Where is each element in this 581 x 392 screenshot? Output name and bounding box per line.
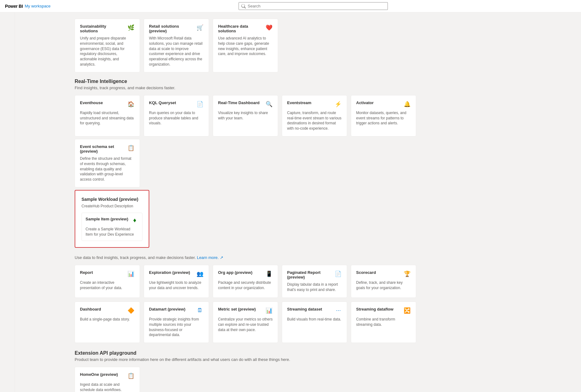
- card-report[interactable]: Report 📊 Create an interactive presentat…: [75, 265, 140, 298]
- card-desc: Create an interactive presentation of yo…: [80, 280, 135, 291]
- card-metric-set[interactable]: Metric set (preview) 📊 Centralize your m…: [213, 302, 278, 343]
- sub-card-title: Sample Item (preview): [86, 217, 131, 221]
- rtdashboard-icon: 🔍: [265, 100, 273, 108]
- card-header: Sustainability solutions 🌿: [80, 24, 135, 33]
- report-icon: 📊: [127, 270, 135, 278]
- card-header: Retail solutions (preview) 🛒: [149, 24, 204, 33]
- card-title: Eventhouse: [80, 100, 127, 105]
- search-icon: [241, 4, 246, 8]
- power-bi-logo: Power BI: [5, 4, 23, 9]
- card-title: Streaming dataset: [287, 307, 334, 311]
- card-activator[interactable]: Activator 🔔 Monitor datasets, queries, a…: [351, 95, 416, 136]
- orgapp-icon: 📱: [265, 270, 273, 278]
- card-kql[interactable]: KQL Queryset 📄 Run queries on your data …: [144, 95, 209, 136]
- workspace-link[interactable]: My workspace: [25, 4, 51, 8]
- card-eventstream[interactable]: Eventstream ⚡ Capture, transform, and ro…: [282, 95, 347, 136]
- card-header: Org app (preview) 📱: [218, 270, 273, 278]
- sub-card-desc: Create a Sample Workload Item for your D…: [86, 227, 138, 237]
- card-title: Streaming dataflow: [356, 307, 403, 311]
- card-title: Scorecard: [356, 270, 403, 275]
- card-healthcare[interactable]: Healthcare data solutions ❤️ Use advance…: [213, 19, 278, 72]
- card-header: Report 📊: [80, 270, 135, 278]
- card-sustainability[interactable]: Sustainability solutions 🌿 Unify and pre…: [75, 19, 140, 72]
- section-subtitle-ext: Product team to provide more information…: [75, 357, 423, 362]
- sub-card-header: Sample Item (preview) ♦: [86, 217, 138, 224]
- card-header: Eventhouse 🏠: [80, 100, 135, 108]
- exploration-icon: 👥: [196, 270, 204, 278]
- card-desc: Provide strategic insights from multiple…: [149, 317, 204, 338]
- card-title: Report: [80, 270, 127, 275]
- card-desc: Visualize key insights to share with you…: [218, 110, 273, 121]
- event-schema-icon: 📋: [127, 144, 135, 152]
- card-desc: Capture, transform, and route real-time …: [287, 110, 342, 131]
- card-homeone[interactable]: HomeOne (preview) 📋 Ingest data at scale…: [75, 367, 140, 392]
- card-paginated-report[interactable]: Paginated Report (preview) 📄 Display tab…: [282, 265, 347, 298]
- card-sample-workload[interactable]: Sample Workload (preview) CreateHub Prod…: [75, 190, 149, 248]
- sub-card-sample-item[interactable]: Sample Item (preview) ♦ Create a Sample …: [81, 213, 142, 241]
- card-desc: Define, track, and share key goals for y…: [356, 280, 411, 291]
- card-desc: With Microsoft Retail data solutions, yo…: [149, 36, 204, 67]
- card-event-schema[interactable]: Event schema set (preview) 📋 Define the …: [75, 139, 140, 187]
- card-title: HomeOne (preview): [80, 372, 127, 377]
- learn-more-link[interactable]: Learn more. ↗: [197, 255, 223, 260]
- insights-subtitle: Use data to find insights, track progres…: [75, 255, 423, 260]
- card-header: Event schema set (preview) 📋: [80, 144, 135, 154]
- card-header: HomeOne (preview) 📋: [80, 372, 135, 380]
- sample-item-icon: ♦: [131, 217, 138, 224]
- card-desc: Display tabular data in a report that's …: [287, 282, 342, 293]
- card-org-app[interactable]: Org app (preview) 📱 Package and securely…: [213, 265, 278, 298]
- top-cards-grid: Sustainability solutions 🌿 Unify and pre…: [75, 19, 423, 72]
- sustainability-icon: 🌿: [127, 24, 135, 31]
- card-datamart[interactable]: Datamart (preview) 🗓 Provide strategic i…: [144, 302, 209, 343]
- card-streaming-dataflow[interactable]: Streaming dataflow 🔀 Combine and transfo…: [351, 302, 416, 343]
- card-streaming-dataset[interactable]: Streaming dataset ⋯ Build visuals from r…: [282, 302, 347, 343]
- event-schema-grid: Event schema set (preview) 📋 Define the …: [75, 139, 423, 187]
- card-header: Streaming dataset ⋯: [287, 307, 342, 314]
- card-realtime-dashboard[interactable]: Real-Time Dashboard 🔍 Visualize key insi…: [213, 95, 278, 136]
- section-title-rti: Real-Time Intelligence: [75, 79, 423, 84]
- healthcare-icon: ❤️: [265, 24, 273, 31]
- streaming-dataset-icon: ⋯: [334, 307, 342, 314]
- extension-cards-grid: HomeOne (preview) 📋 Ingest data at scale…: [75, 367, 423, 392]
- card-header: Datamart (preview) 🗓: [149, 307, 204, 314]
- card-header: Dashboard 🔶: [80, 307, 135, 314]
- card-desc: Build a single-page data story.: [80, 317, 135, 322]
- insights-subtitle-text: Use data to find insights, track progres…: [75, 255, 197, 260]
- datamart-icon: 🗓: [196, 307, 204, 314]
- card-title: Healthcare data solutions: [218, 24, 265, 33]
- insights-cards-grid: Report 📊 Create an interactive presentat…: [75, 265, 423, 298]
- card-eventhouse[interactable]: Eventhouse 🏠 Rapidly load structured, un…: [75, 95, 140, 136]
- search-bar[interactable]: [239, 2, 388, 10]
- card-header: Healthcare data solutions ❤️: [218, 24, 273, 33]
- search-wrapper: [239, 2, 388, 10]
- card-title: Retail solutions (preview): [149, 24, 196, 33]
- card-desc: Use lightweight tools to analyze your da…: [149, 280, 204, 291]
- card-header: Streaming dataflow 🔀: [356, 307, 411, 314]
- card-dashboard[interactable]: Dashboard 🔶 Build a single-page data sto…: [75, 302, 140, 343]
- data-items-grid: Dashboard 🔶 Build a single-page data sto…: [75, 302, 423, 343]
- card-header: Metric set (preview) 📊: [218, 307, 273, 314]
- card-title: Eventstream: [287, 100, 334, 105]
- sample-workload-subtitle: CreateHub Product Description: [81, 204, 142, 209]
- card-title: Activator: [356, 100, 403, 105]
- card-scorecard[interactable]: Scorecard 🏆 Define, track, and share key…: [351, 265, 416, 298]
- topbar: Power BI My workspace: [0, 0, 581, 12]
- card-desc: Rapidly load structured, unstructured an…: [80, 110, 135, 126]
- card-title: Org app (preview): [218, 270, 265, 275]
- eventhouse-icon: 🏠: [127, 100, 135, 108]
- card-desc: Combine and transform streaming data.: [356, 317, 411, 327]
- card-desc: Monitor datasets, queries, and event str…: [356, 110, 411, 126]
- card-exploration[interactable]: Exploration (preview) 👥 Use lightweight …: [144, 265, 209, 298]
- card-title: Paginated Report (preview): [287, 270, 334, 279]
- card-desc: Run queries on your data to produce shar…: [149, 110, 204, 126]
- card-retail[interactable]: Retail solutions (preview) 🛒 With Micros…: [144, 19, 209, 72]
- eventstream-icon: ⚡: [334, 100, 342, 108]
- scorecard-icon: 🏆: [403, 270, 411, 278]
- card-title: Event schema set (preview): [80, 144, 127, 154]
- card-header: Exploration (preview) 👥: [149, 270, 204, 278]
- metricset-icon: 📊: [265, 307, 273, 314]
- card-title: Metric set (preview): [218, 307, 265, 311]
- card-title: Dashboard: [80, 307, 127, 311]
- card-title: Datamart (preview): [149, 307, 196, 311]
- search-input[interactable]: [248, 4, 385, 8]
